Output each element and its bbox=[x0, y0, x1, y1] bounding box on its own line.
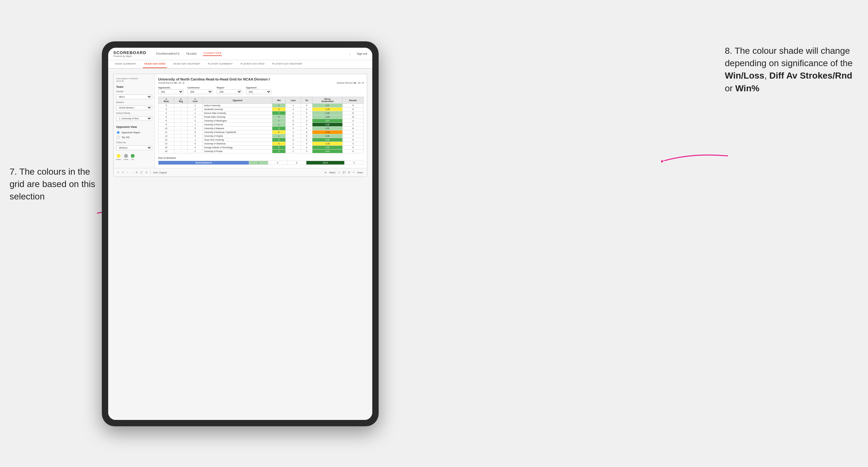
filters-row: Opponents: (All) Conference (All) bbox=[158, 87, 364, 94]
reg-cell: - bbox=[174, 104, 187, 107]
tie-cell: 0 bbox=[287, 161, 306, 165]
subnav-player-h2h-heatmap[interactable]: PLAYER H2H HEATMAP bbox=[271, 60, 304, 68]
table-row: 9 - 1 University of Arizona 1 0 0 9.00 2 bbox=[158, 123, 364, 127]
reg-cell: - bbox=[174, 107, 187, 111]
forward-icon[interactable]: → bbox=[131, 172, 133, 174]
col-rounds: Rounds bbox=[342, 97, 363, 104]
team-name-cell: University of Arizona bbox=[203, 123, 272, 127]
redo-icon[interactable]: ↪ bbox=[122, 171, 124, 174]
rank-cell: 11 bbox=[158, 130, 174, 134]
conference-select[interactable]: (All) bbox=[187, 89, 213, 94]
sign-out-button[interactable]: Sign out bbox=[357, 52, 367, 55]
data-table: #Rank #Reg #Conf Opponent Win Loss Tie D… bbox=[158, 97, 364, 153]
subnav-team-summary[interactable]: TEAM SUMMARY bbox=[113, 60, 138, 68]
conf-cell: 4 bbox=[188, 146, 203, 150]
reg-cell: - bbox=[174, 150, 187, 153]
comment-icon[interactable]: 💬 bbox=[343, 171, 345, 174]
logo-text: SCOREBOARD bbox=[113, 50, 146, 55]
legend-down-label: Down bbox=[116, 158, 121, 160]
table-row: 16 - 2 University of Florida 3 1 0 6.62 … bbox=[158, 150, 364, 153]
col-conf: #Conf bbox=[188, 97, 203, 104]
loss-cell: 0 bbox=[285, 138, 301, 142]
col-rank: #Rank bbox=[158, 97, 174, 104]
diff-cell: -4.33 bbox=[312, 130, 342, 134]
diff-cell: 4.50 bbox=[312, 146, 342, 150]
share-label: Share bbox=[357, 172, 363, 174]
subnav-team-h2h-heatmap[interactable]: TEAM H2H HEATMAP bbox=[172, 60, 202, 68]
tie-cell: 0 bbox=[301, 146, 312, 150]
toolbar-separator bbox=[150, 170, 151, 175]
reg-cell: - bbox=[174, 115, 187, 119]
legend-down-dot bbox=[117, 154, 121, 158]
conf-cell: 5 bbox=[188, 127, 203, 130]
opponents-played-radio[interactable]: Opponents Played bbox=[116, 130, 152, 134]
diff-cell: -2.29 bbox=[312, 107, 342, 111]
col-win: Win bbox=[272, 97, 286, 104]
tie-cell: 0 bbox=[301, 142, 312, 146]
annotation-right: 8. The colour shade will change dependin… bbox=[725, 44, 859, 94]
school-select[interactable]: 1. University of Nort... bbox=[116, 116, 152, 121]
nav-teams[interactable]: TEAMS bbox=[186, 52, 197, 55]
region-select[interactable]: (All) bbox=[217, 89, 242, 94]
nav-committee[interactable]: COMMITTEE bbox=[203, 52, 222, 56]
colour-legend: Down Level Up bbox=[116, 154, 152, 160]
top-navigation: SCOREBOARD Powered by clippd TOURNAMENTS… bbox=[108, 48, 372, 60]
subnav-team-h2h-grid[interactable]: TEAM H2H GRID bbox=[143, 60, 167, 68]
opponent-view-title: Opponent View bbox=[116, 125, 152, 128]
division-record: Division Record: 88 - 17 - 0 bbox=[337, 82, 364, 84]
left-panel: Last Updated: 27/03/2024 16:55:38 Team G… bbox=[114, 74, 155, 168]
tie-cell: 0 bbox=[301, 104, 312, 107]
division-select[interactable]: NCAA Division I bbox=[116, 105, 152, 110]
table-row: 15 - 4 Georgia Institute of Technology 5… bbox=[158, 146, 364, 150]
right-content: University of North Carolina Head-to-Hea… bbox=[155, 74, 367, 168]
team-name-cell: University of Arkansas, Fayetteville bbox=[203, 130, 272, 134]
opponent-view-radios: Opponents Played Top 100 bbox=[116, 130, 152, 139]
region-filter: Region (All) bbox=[217, 87, 242, 94]
opponent-filter: Opponent (All) bbox=[246, 87, 271, 94]
subnav-player-summary[interactable]: PLAYER SUMMARY bbox=[207, 60, 234, 68]
conference-filter: Conference (All) bbox=[187, 87, 213, 94]
out-of-division-table: NCAA Division II 1 0 0 26.00 3 bbox=[158, 161, 364, 165]
sub-navigation: TEAM SUMMARY TEAM H2H GRID TEAM H2H HEAT… bbox=[108, 60, 372, 69]
tie-cell: 0 bbox=[301, 107, 312, 111]
rank-cell: 8 bbox=[158, 119, 174, 123]
tablet-screen: SCOREBOARD Powered by clippd TOURNAMENTS… bbox=[108, 48, 372, 420]
clock-icon[interactable]: ⏱ bbox=[146, 172, 148, 174]
tie-cell: 0 bbox=[301, 130, 312, 134]
opponent-select[interactable]: (All) bbox=[246, 89, 271, 94]
undo-icon[interactable]: ↩ bbox=[117, 171, 119, 174]
colour-by-label: Colour by bbox=[116, 141, 152, 144]
gender-select[interactable]: Men's bbox=[116, 94, 152, 99]
top100-radio[interactable]: Top 100 bbox=[116, 135, 152, 139]
share-icon[interactable]: ↗ bbox=[352, 171, 354, 174]
win-cell: 5 bbox=[272, 146, 286, 150]
grid-icon[interactable]: ⊞ bbox=[348, 171, 350, 174]
opponents-select[interactable]: (All) bbox=[158, 89, 184, 94]
col-opponent: Opponent bbox=[203, 97, 272, 104]
col-diff: Diff AvStrokes/Rnd bbox=[312, 97, 342, 104]
win-cell: 3 bbox=[272, 150, 286, 153]
col-loss: Loss bbox=[285, 97, 301, 104]
loss-cell: 0 bbox=[285, 146, 301, 150]
legend-up-label: Up bbox=[131, 158, 134, 160]
watch-icon[interactable]: 👁 bbox=[324, 172, 327, 174]
tie-cell: 0 bbox=[301, 119, 312, 123]
conf-cell: 5 bbox=[188, 142, 203, 146]
diff-cell: 1.67 bbox=[312, 104, 342, 107]
colour-by-select[interactable]: Win/loss bbox=[116, 145, 152, 150]
copy-icon[interactable]: ⧉ bbox=[136, 171, 137, 174]
annotation-left: 7. The colours in the grid are based on … bbox=[9, 165, 99, 203]
watch-label: Watch bbox=[329, 172, 336, 174]
team-name-cell: University of Florida bbox=[203, 150, 272, 153]
paste-icon[interactable]: 📋 bbox=[140, 171, 143, 174]
loss-cell: 1 bbox=[285, 104, 301, 107]
rounds-cell: 8 bbox=[342, 107, 363, 111]
table-row: 4 - 1 Arizona State University 5 1 0 2.2… bbox=[158, 111, 364, 115]
team-name-cell: University of Alabama bbox=[203, 127, 272, 130]
back-icon[interactable]: ← bbox=[126, 172, 128, 174]
table-row: NCAA Division II 1 0 0 26.00 3 bbox=[158, 161, 364, 165]
team-name-cell: Texas Tech University bbox=[203, 138, 272, 142]
subnav-player-h2h-grid[interactable]: PLAYER H2H GRID bbox=[239, 60, 266, 68]
diff-cell: 26.00 bbox=[306, 161, 344, 165]
nav-tournaments[interactable]: TOURNAMENTS bbox=[156, 52, 180, 55]
